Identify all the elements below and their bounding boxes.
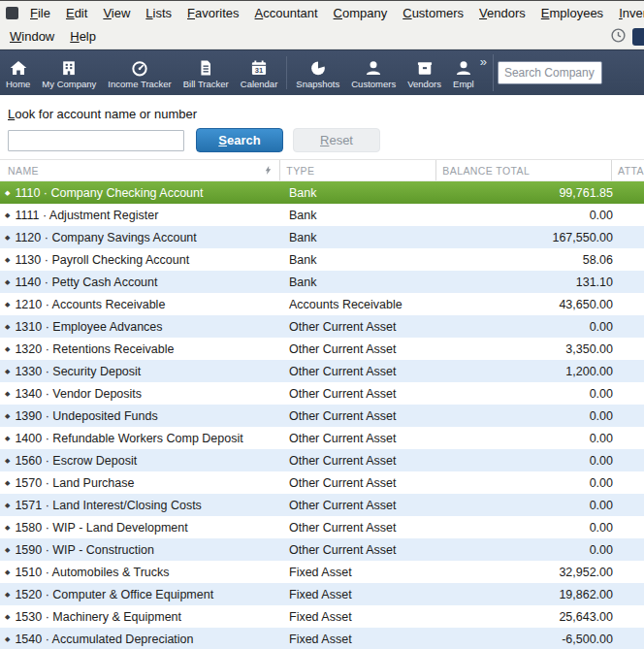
account-row[interactable]: ◆1111 · Adjustment RegisterBank0.00 <box>0 204 644 226</box>
diamond-icon: ◆ <box>5 301 10 308</box>
account-balance-cell: 1,200.00 <box>441 360 619 382</box>
account-balance-cell: 3,350.00 <box>441 338 619 360</box>
toolbar-bill-tracker[interactable]: Bill Tracker <box>177 50 235 95</box>
reset-button[interactable]: Reset <box>293 128 380 152</box>
diamond-icon: ◆ <box>5 546 10 554</box>
primary-menus: FileEditViewListsFavoritesAccountantComp… <box>22 3 644 23</box>
account-row[interactable]: ◆1530 · Machinery & EquipmentFixed Asset… <box>0 605 644 628</box>
menu-accountant[interactable]: Accountant <box>247 3 326 23</box>
flash-cell <box>260 204 283 226</box>
attach-cell <box>619 516 644 538</box>
toolbar-income-tracker[interactable]: Income Tracker <box>102 50 177 95</box>
menu-window[interactable]: Window <box>2 26 62 47</box>
account-search-panel: Look for account name or number Search R… <box>0 95 644 159</box>
diamond-icon: ◆ <box>5 278 10 286</box>
toolbar-item-label: Customers <box>351 79 396 89</box>
toolbar-items: HomeMy CompanyIncome TrackerBill Tracker… <box>0 50 480 95</box>
account-name: 1520 · Computer & Office Equipment <box>15 588 213 601</box>
account-row[interactable]: ◆1570 · Land PurchaseOther Current Asset… <box>0 471 644 494</box>
attach-cell <box>619 471 644 494</box>
account-row[interactable]: ◆1110 · Company Checking AccountBank99,7… <box>0 181 644 204</box>
calendar-icon: 31 <box>249 58 269 78</box>
diamond-icon: ◆ <box>5 368 10 375</box>
attach-cell <box>619 561 644 583</box>
menu-vendors[interactable]: Vendors <box>471 3 533 23</box>
diamond-icon: ◆ <box>5 345 10 353</box>
toolbar-empl[interactable]: Empl <box>447 50 480 95</box>
toolbar-my-company[interactable]: My Company <box>36 50 102 95</box>
account-row[interactable]: ◆1400 · Refundable Workers Comp DepositO… <box>0 427 644 449</box>
flash-cell <box>260 360 283 382</box>
account-balance-cell: 0.00 <box>441 494 619 516</box>
menu-help[interactable]: Help <box>62 26 104 47</box>
clock-icon[interactable] <box>610 27 627 47</box>
account-row[interactable]: ◆1510 · Automobiles & TrucksFixed Asset3… <box>0 561 644 583</box>
column-header-attach: ATTA <box>611 160 644 180</box>
search-button[interactable]: Search <box>196 128 283 152</box>
account-row[interactable]: ◆1120 · Company Savings AccountBank167,5… <box>0 226 644 248</box>
attach-cell <box>619 427 644 449</box>
account-row[interactable]: ◆1580 · WIP - Land DevelopmentOther Curr… <box>0 516 644 538</box>
menu-employees[interactable]: Employees <box>533 3 611 23</box>
flash-cell <box>260 181 283 204</box>
account-search-input[interactable] <box>8 130 184 151</box>
account-type-cell: Other Current Asset <box>283 405 441 427</box>
account-row[interactable]: ◆1210 · Accounts ReceivableAccounts Rece… <box>0 293 644 315</box>
menu-favorites[interactable]: Favorites <box>179 3 246 23</box>
toolbar-snapshots[interactable]: Snapshots <box>290 50 345 95</box>
account-type-cell: Accounts Receivable <box>283 293 441 315</box>
account-row[interactable]: ◆1540 · Accumulated DepreciationFixed As… <box>0 628 644 649</box>
account-name-cell: ◆1530 · Machinery & Equipment <box>0 605 260 628</box>
attach-cell <box>619 338 644 360</box>
attach-cell <box>619 293 644 315</box>
account-balance-cell: 0.00 <box>441 538 619 561</box>
diamond-icon: ◆ <box>5 234 10 242</box>
account-row[interactable]: ◆1590 · WIP - ConstructionOther Current … <box>0 538 644 561</box>
account-row[interactable]: ◆1130 · Payroll Checking AccountBank58.0… <box>0 248 644 271</box>
bill-tracker-icon <box>196 58 215 78</box>
account-name-cell: ◆1330 · Security Deposit <box>0 360 260 382</box>
corner-app-icon[interactable] <box>632 28 644 46</box>
flash-cell <box>260 605 283 628</box>
flash-cell <box>260 315 283 338</box>
account-row[interactable]: ◆1320 · Retentions ReceivableOther Curre… <box>0 338 644 360</box>
menu-file[interactable]: File <box>22 3 58 23</box>
my-company-icon <box>59 58 79 78</box>
toolbar-item-label: My Company <box>42 79 96 89</box>
account-balance-cell: 0.00 <box>441 449 619 471</box>
account-balance-cell: 0.00 <box>441 427 619 449</box>
menu-customers[interactable]: Customers <box>395 3 471 23</box>
account-row[interactable]: ◆1330 · Security DepositOther Current As… <box>0 360 644 382</box>
menu-lists[interactable]: Lists <box>138 3 179 23</box>
attach-cell <box>619 248 644 271</box>
account-name: 1330 · Security Deposit <box>15 365 141 378</box>
account-type-cell: Bank <box>283 271 441 293</box>
menu-edit[interactable]: Edit <box>58 3 95 23</box>
diamond-icon: ◆ <box>5 323 10 331</box>
account-row[interactable]: ◆1520 · Computer & Office EquipmentFixed… <box>0 583 644 605</box>
toolbar-overflow-chevron-icon[interactable]: » <box>480 54 487 69</box>
account-balance-cell: 0.00 <box>441 471 619 494</box>
account-balance-cell: 0.00 <box>441 516 619 538</box>
company-search-input[interactable] <box>498 61 602 84</box>
menu-view[interactable]: View <box>95 3 138 23</box>
account-row[interactable]: ◆1140 · Petty Cash AccountBank131.10 <box>0 271 644 293</box>
account-balance-cell: 131.10 <box>441 271 619 293</box>
employees-icon <box>454 58 473 78</box>
menu-inventory[interactable]: Inventory <box>611 3 644 23</box>
account-name: 1340 · Vendor Deposits <box>15 387 142 401</box>
toolbar-calendar[interactable]: 31Calendar <box>235 50 284 95</box>
account-row[interactable]: ◆1340 · Vendor DepositsOther Current Ass… <box>0 382 644 405</box>
toolbar-home[interactable]: Home <box>0 50 36 95</box>
diamond-icon: ◆ <box>5 189 10 197</box>
account-row[interactable]: ◆1310 · Employee AdvancesOther Current A… <box>0 315 644 338</box>
toolbar-item-label: Calendar <box>241 79 278 89</box>
menu-company[interactable]: Company <box>326 3 396 23</box>
toolbar-item-label: Vendors <box>407 79 441 89</box>
account-row[interactable]: ◆1560 · Escrow DepositOther Current Asse… <box>0 449 644 471</box>
toolbar-customers[interactable]: Customers <box>345 50 402 95</box>
account-row[interactable]: ◆1390 · Undeposited FundsOther Current A… <box>0 405 644 427</box>
toolbar-vendors[interactable]: Vendors <box>402 50 447 95</box>
flash-cell <box>260 382 283 405</box>
account-row[interactable]: ◆1571 · Land Interest/Closing CostsOther… <box>0 494 644 516</box>
